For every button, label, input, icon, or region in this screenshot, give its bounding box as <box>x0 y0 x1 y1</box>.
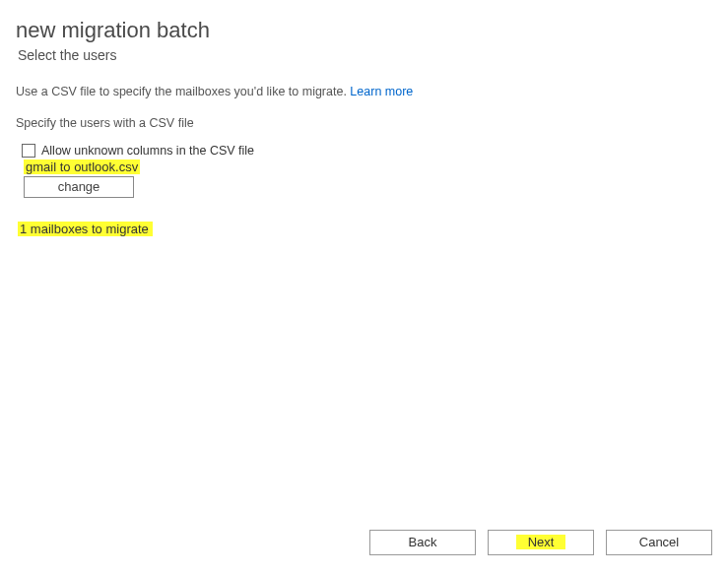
next-button-label: Next <box>516 535 566 549</box>
migration-summary: 1 mailboxes to migrate <box>18 222 153 236</box>
page-title: new migration batch <box>16 18 712 43</box>
next-button[interactable]: Next <box>488 530 594 555</box>
allow-unknown-columns-label: Allow unknown columns in the CSV file <box>41 144 254 158</box>
change-button[interactable]: change <box>24 176 134 198</box>
allow-unknown-columns-row[interactable]: Allow unknown columns in the CSV file <box>22 144 712 158</box>
learn-more-link[interactable]: Learn more <box>350 85 413 98</box>
footer-buttons: Back Next Cancel <box>369 530 712 555</box>
back-button[interactable]: Back <box>369 530 476 555</box>
selected-file-name: gmail to outlook.csv <box>24 160 140 174</box>
page-subtitle: Select the users <box>18 47 712 63</box>
description-text: Use a CSV file to specify the mailboxes … <box>16 85 347 98</box>
specify-label: Specify the users with a CSV file <box>16 116 712 130</box>
description-line: Use a CSV file to specify the mailboxes … <box>16 85 712 98</box>
allow-unknown-columns-checkbox[interactable] <box>22 144 35 158</box>
cancel-button[interactable]: Cancel <box>606 530 712 555</box>
